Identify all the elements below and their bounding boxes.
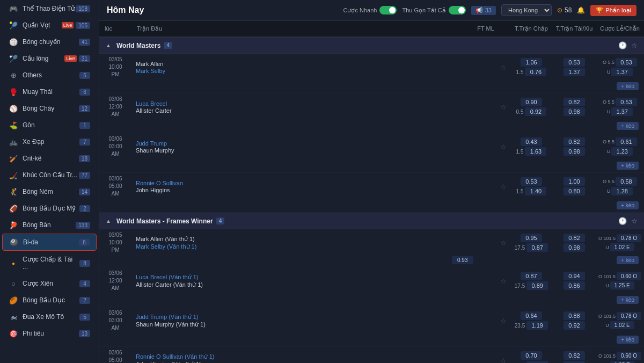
- sidebar-item-phi-tieu[interactable]: 🎯 Phi tiêu 13: [2, 325, 97, 342]
- t-chap-top[interactable]: 0.82: [564, 98, 585, 106]
- odds-val-top[interactable]: 0.95: [521, 234, 542, 242]
- tai-xiu-top[interactable]: 0.58: [616, 177, 637, 186]
- tai-xiu-top[interactable]: 0.78 O: [617, 234, 641, 242]
- tai-xiu-bot[interactable]: 1.28: [611, 187, 633, 195]
- sidebar-item-cuoc-chap-tai[interactable]: ● Cược Chấp & Tài ... 8: [2, 251, 97, 275]
- favorite-star[interactable]: ☆: [500, 357, 507, 364]
- t-chap-top[interactable]: 0.94: [564, 272, 585, 280]
- team1-name[interactable]: Judd Trump (Ván thứ 1): [136, 314, 457, 321]
- plus-keo-button[interactable]: + kèo: [617, 296, 639, 304]
- sidebar-item-others[interactable]: ⊕ Others 5: [2, 67, 97, 83]
- t-chap-bot[interactable]: 0.98: [564, 147, 585, 156]
- odds-val-top[interactable]: 1.06: [521, 58, 542, 67]
- extra-odds-top[interactable]: 0.93: [452, 256, 473, 264]
- odds-val-bot[interactable]: 1.13: [526, 361, 548, 363]
- tai-xiu-bot[interactable]: 1.02 E: [610, 243, 634, 251]
- sidebar-item-xe-dap[interactable]: 🚲 Xe Đạp 7: [2, 134, 97, 150]
- t-chap-top[interactable]: 0.82: [564, 137, 585, 146]
- plus-keo-button[interactable]: + kèo: [617, 256, 639, 264]
- tai-xiu-top[interactable]: 0.60 O: [617, 272, 641, 280]
- sidebar-item-crit-ke[interactable]: 🏏 Crit-kê 18: [2, 150, 97, 166]
- sidebar-item-bong-ban[interactable]: 🏓 Bóng Bàn 133: [2, 217, 97, 233]
- thu-gon-toggle[interactable]: [449, 6, 466, 14]
- t-chap-bot[interactable]: 0.80: [564, 187, 585, 195]
- odds-val-top[interactable]: 0.87: [521, 272, 542, 280]
- sidebar-item-bong-bau-duc[interactable]: 🏉 Bóng Bầu Dục 2: [2, 292, 97, 308]
- favorite-star[interactable]: ☆: [500, 63, 507, 71]
- sidebar-item-muay-thai[interactable]: 🥊 Muay Thái 6: [2, 84, 97, 100]
- favorite-star[interactable]: ☆: [500, 183, 507, 191]
- sidebar-item-bong-bau-duc-my[interactable]: 🏈 Bóng Bầu Dục Mỹ 2: [2, 200, 97, 216]
- favorite-star[interactable]: ☆: [500, 239, 507, 247]
- tai-xiu-top[interactable]: 0.53: [616, 58, 637, 67]
- favorite-star[interactable]: ☆: [500, 317, 507, 325]
- sidebar-item-bong-nem[interactable]: 🤾 Bóng Ném 14: [2, 184, 97, 200]
- favorite-star[interactable]: ☆: [500, 143, 507, 151]
- t-chap-top[interactable]: 0.53: [564, 58, 585, 67]
- tai-xiu-top[interactable]: 0.61: [616, 137, 637, 146]
- star-icon[interactable]: ☆: [631, 217, 638, 225]
- team2-name[interactable]: Mark Selby (Ván thứ 1): [136, 243, 457, 250]
- odds-val-top[interactable]: 0.64: [521, 311, 542, 320]
- odds-val-top[interactable]: 0.70: [521, 351, 542, 360]
- plus-keo-button[interactable]: + kèo: [617, 122, 639, 130]
- odds-val-bot[interactable]: 0.76: [525, 68, 546, 76]
- tai-xiu-bot[interactable]: 1.25 E: [610, 361, 634, 363]
- sidebar-item-bong-chuyen[interactable]: 🏐 Bóng chuyền 41: [2, 34, 97, 50]
- sidebar-item-bong-chay[interactable]: ⚾ Bóng Chày 12: [2, 100, 97, 117]
- sidebar-item-bi-da[interactable]: 🎱 Bi-da 8: [2, 234, 97, 251]
- plus-keo-button[interactable]: + kèo: [617, 82, 639, 90]
- cuoc-nhanh-toggle[interactable]: [379, 6, 397, 14]
- sidebar-item-cuoc-xien[interactable]: ○ Cược Xiên 4: [2, 275, 97, 292]
- plus-keo-button[interactable]: + kèo: [617, 162, 639, 170]
- odds-val-bot[interactable]: 1.19: [526, 321, 548, 330]
- tai-xiu-top[interactable]: 0.78 O: [617, 312, 641, 320]
- sidebar-item-the-thao-dien-tu[interactable]: 🎮 Thể Thao Điện Tử 108: [2, 1, 97, 17]
- tai-xiu-bot[interactable]: 1.25 E: [610, 281, 634, 289]
- sidebar-item-dua-xe-mo-to[interactable]: 🏍 Đua Xe Mô Tô 5: [2, 309, 97, 325]
- t-chap-top[interactable]: 1.00: [564, 177, 585, 186]
- team2-name[interactable]: Mark Selby: [136, 68, 457, 74]
- clock-icon[interactable]: 🕐: [618, 217, 627, 225]
- odds-val-bot[interactable]: 0.87: [526, 243, 548, 252]
- favorite-star[interactable]: ☆: [500, 277, 507, 285]
- sidebar-item-quan-vot[interactable]: 🎾 Quần Vợt Live 105: [2, 17, 97, 33]
- t-chap-bot[interactable]: 0.98: [564, 243, 585, 252]
- sidebar-item-gon[interactable]: ⛳ Gôn 1: [2, 117, 97, 133]
- t-chap-bot[interactable]: 1.37: [564, 68, 585, 76]
- chevron-icon[interactable]: ▲: [106, 218, 111, 224]
- odds-val-bot[interactable]: 1.63: [525, 147, 546, 156]
- tai-xiu-bot[interactable]: 1.02 E: [610, 321, 634, 329]
- plus-keo-button[interactable]: + kèo: [617, 336, 639, 344]
- tai-xiu-bot[interactable]: 1.23: [611, 147, 633, 156]
- t-chap-top[interactable]: 0.82: [564, 351, 585, 360]
- tai-xiu-top[interactable]: 0.60 O: [617, 352, 641, 360]
- sidebar-item-cau-long[interactable]: 🏸 Cầu lông Live 31: [2, 50, 97, 67]
- tai-xiu-bot[interactable]: 1.37: [611, 107, 633, 116]
- team1-name[interactable]: Luca Brecel: [136, 100, 457, 107]
- notification-icon[interactable]: 🔔: [577, 6, 585, 14]
- odds-val-bot[interactable]: 0.92: [525, 107, 546, 116]
- plus-keo-button[interactable]: + kèo: [617, 201, 639, 209]
- clock-icon[interactable]: 🕐: [618, 41, 627, 49]
- star-icon[interactable]: ☆: [631, 41, 638, 49]
- t-chap-bot[interactable]: 0.92: [564, 321, 585, 330]
- sidebar-item-khuc-con-cau[interactable]: 🏒 Khúc Côn Cầu Tr... 77: [2, 167, 97, 183]
- phan-loai-button[interactable]: 🏆 Phần loại: [590, 5, 636, 16]
- odds-val-top[interactable]: 0.53: [521, 177, 542, 186]
- t-chap-top[interactable]: 0.82: [564, 234, 585, 242]
- team1-name[interactable]: Ronnie O Sullivan (Ván thứ 1): [136, 353, 457, 360]
- t-chap-bot[interactable]: 0.98: [564, 107, 585, 116]
- t-chap-bot[interactable]: 0.86: [564, 281, 585, 290]
- region-selector[interactable]: Hong Kong European American: [501, 4, 552, 16]
- team1-name[interactable]: Ronnie O Sullivan: [136, 180, 457, 186]
- t-chap-top[interactable]: 0.88: [564, 311, 585, 320]
- odds-val-top[interactable]: 0.43: [521, 137, 542, 146]
- tai-xiu-bot[interactable]: 1.37: [611, 68, 633, 76]
- chevron-icon[interactable]: ▲: [106, 42, 111, 48]
- odds-val-bot[interactable]: 0.89: [526, 281, 548, 290]
- odds-val-top[interactable]: 0.90: [521, 98, 542, 106]
- team1-name[interactable]: Luca Brecel (Ván thứ 1): [136, 274, 457, 281]
- tai-xiu-top[interactable]: 0.53: [616, 98, 637, 106]
- team1-name[interactable]: Judd Trump: [136, 140, 457, 147]
